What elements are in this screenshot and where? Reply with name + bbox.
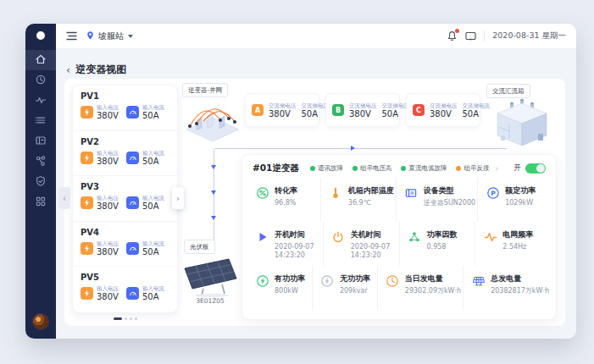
phase-a-card: A 交流侧电压380V 交流侧电流50A	[245, 93, 319, 127]
location-pin-icon	[86, 28, 95, 44]
carousel-next-button[interactable]: ›	[172, 187, 184, 209]
page-dot[interactable]	[135, 317, 137, 320]
ac-voltage-value: 380V	[269, 109, 297, 119]
metric-value: 96.8%	[275, 199, 297, 207]
diagram-board: PV1 输入电压380V 输入电流50A PV2 输入电压380V	[64, 79, 565, 326]
phase-c-badge: C	[413, 104, 425, 116]
station-name: 坡服站	[98, 30, 124, 42]
home-icon	[35, 52, 47, 69]
sidebar-item-list[interactable]	[25, 111, 56, 131]
status-dot-icon	[353, 166, 358, 171]
metric-startup-time: 开机时间2020-09-0714:23:20	[247, 222, 323, 266]
page-title-row: ‹ 逆变器视图	[66, 63, 126, 77]
ac-voltage-value: 380V	[430, 109, 458, 119]
power-toggle[interactable]	[525, 163, 546, 174]
metric-title: 无功功率	[340, 273, 370, 284]
metric-grid-frequency: 电网频率2.54Hz	[475, 222, 551, 266]
list-item-pv3[interactable]: PV3 输入电压380V 输入电流50A	[73, 176, 177, 222]
sidebar-item-security[interactable]	[25, 172, 56, 192]
list-item-pv1[interactable]: PV1 输入电压380V 输入电流50A	[73, 85, 177, 131]
inverter-detail-panel: #01逆变器 通讯故障 组串电压高 直流电弧故障 组串反接 › 开	[241, 154, 557, 320]
status-dot-icon	[310, 166, 315, 171]
voltage-bolt-icon	[80, 152, 93, 164]
solar-panel-icon	[471, 273, 486, 310]
sidebar-item-devices[interactable]	[25, 131, 56, 152]
phase-b-badge: B	[332, 104, 344, 116]
pv-voltage-value: 380V	[97, 247, 119, 256]
metric-title: 额定功率	[505, 185, 536, 196]
grid-icon	[35, 195, 47, 211]
status-item: 组串反接	[456, 164, 489, 173]
list-item-pv5[interactable]: PV5 输入电压380V 输入电流50A	[73, 267, 177, 312]
legend-more-button[interactable]: ›	[495, 164, 498, 173]
notification-bell[interactable]	[447, 30, 458, 41]
nodes-icon	[408, 229, 422, 266]
metric-conversion-rate: 转化率96.8%	[247, 178, 320, 222]
pv-current-label: 输入电流	[142, 195, 164, 201]
user-avatar[interactable]	[32, 313, 49, 330]
metric-row: 有功功率800kW 无功功率209kvar 当日发电量29302.09万kW·h	[242, 266, 556, 310]
switch-label: 开	[514, 163, 522, 174]
pv-current-label: 输入电流	[142, 240, 164, 247]
metric-value: 29302.09万kW·h	[405, 287, 461, 295]
chevron-down-icon	[128, 35, 133, 38]
activity-icon	[35, 93, 47, 109]
screenshot-stage: 坡服站 2020-08-31 星期一 ‹ 逆变器视图	[0, 0, 594, 364]
pv-name: PV1	[80, 91, 169, 101]
current-gauge-icon	[126, 287, 139, 300]
page-dot[interactable]	[125, 317, 127, 320]
page-dot-active[interactable]	[114, 317, 122, 320]
metric-reactive-power: 无功功率209kvar	[312, 266, 377, 310]
metric-device-type: 设备类型逆变器SUN2000	[396, 178, 477, 222]
pv-current-value: 50A	[142, 247, 164, 256]
metric-power-factor: 功率因数0.958	[399, 222, 475, 266]
sidebar-item-home[interactable]	[25, 50, 56, 70]
page-dot[interactable]	[130, 317, 132, 320]
metric-title: 当日发电量	[405, 273, 461, 284]
pv-current-value: 50A	[142, 201, 164, 211]
sidebar-nav	[25, 50, 56, 212]
power-p-circle-icon: P	[486, 185, 500, 222]
carousel-prev-button[interactable]: ‹	[58, 187, 70, 209]
metric-row: 转化率96.8% 机箱内部温度36.9℃ 设备类型逆变器SUN2000 P	[242, 178, 556, 222]
pv-name: PV2	[80, 137, 169, 146]
inverter-illustration	[178, 97, 247, 150]
pv-current-label: 输入电流	[142, 285, 164, 292]
status-label: 直流电弧故障	[408, 164, 447, 173]
ac-voltage-label: 交流侧电压	[349, 102, 377, 109]
pv-current-value: 50A	[142, 157, 164, 166]
pv-name: PV3	[80, 182, 169, 191]
pv-voltage-value: 380V	[97, 111, 119, 120]
list-item-pv4[interactable]: PV4 输入电压380V 输入电流50A	[73, 222, 177, 267]
back-button[interactable]: ‹	[66, 65, 70, 75]
main-content: ‹ 逆变器视图 PV1 输入电压380V 输入电流50A	[56, 49, 576, 339]
metric-value: 2.54Hz	[502, 243, 533, 251]
sidebar-item-monitoring[interactable]	[25, 91, 56, 111]
combiner-box-label: 交流汇流箱	[486, 84, 530, 98]
thermometer-icon	[329, 185, 343, 222]
notification-badge	[455, 29, 459, 33]
fullscreen-icon[interactable]	[465, 28, 476, 44]
current-gauge-icon	[126, 242, 139, 255]
pv-voltage-value: 380V	[97, 292, 119, 301]
percent-circle-icon	[255, 185, 269, 222]
metric-title: 机箱内部温度	[348, 185, 394, 196]
app-logo	[36, 31, 45, 40]
metric-title: 功率因数	[427, 229, 458, 240]
hamburger-menu-icon[interactable]	[66, 28, 77, 44]
list-item-pv2[interactable]: PV2 输入电压380V 输入电流50A	[73, 131, 177, 177]
pv-voltage-label: 输入电压	[97, 195, 119, 201]
sidebar-item-topology[interactable]	[25, 152, 56, 172]
inverter-title: #01逆变器	[253, 163, 299, 174]
inverter-label: 逆变器-并网	[182, 83, 228, 97]
sidebar-item-history[interactable]	[25, 70, 56, 91]
station-selector[interactable]: 坡服站	[86, 28, 133, 44]
metric-value: 800kW	[275, 287, 305, 295]
pv-current-value: 50A	[142, 292, 164, 301]
flow-arrow-down	[211, 165, 216, 169]
sidebar-item-apps[interactable]	[25, 192, 56, 212]
status-label: 通讯故障	[318, 164, 343, 173]
page-title: 逆变器视图	[75, 63, 126, 77]
metric-row: 开机时间2020-09-0714:23:20 关机时间2020-09-0714:…	[242, 222, 556, 266]
metric-value: 0.958	[427, 243, 458, 251]
